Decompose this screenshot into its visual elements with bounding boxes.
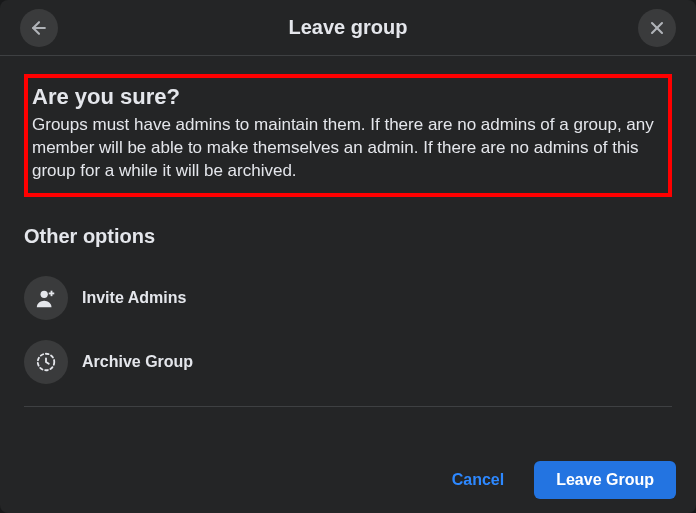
person-plus-icon xyxy=(35,287,57,309)
svg-point-3 xyxy=(41,290,48,297)
arrow-left-icon xyxy=(29,18,49,38)
modal-footer: Cancel Leave Group xyxy=(0,447,696,513)
leave-group-button[interactable]: Leave Group xyxy=(534,461,676,499)
close-icon xyxy=(647,18,667,38)
cancel-button[interactable]: Cancel xyxy=(434,461,522,499)
invite-admins-option[interactable]: Invite Admins xyxy=(24,266,672,330)
invite-admins-label: Invite Admins xyxy=(82,289,186,307)
invite-admins-icon-wrap xyxy=(24,276,68,320)
modal-content: Are you sure? Groups must have admins to… xyxy=(0,56,696,447)
close-button[interactable] xyxy=(638,9,676,47)
archive-group-option[interactable]: Archive Group xyxy=(24,330,672,394)
other-options-heading: Other options xyxy=(24,225,672,248)
archive-clock-icon xyxy=(35,351,57,373)
divider xyxy=(24,406,672,407)
modal-title: Leave group xyxy=(289,16,408,39)
modal-header: Leave group xyxy=(0,0,696,56)
warning-section: Are you sure? Groups must have admins to… xyxy=(24,74,672,197)
warning-heading: Are you sure? xyxy=(32,84,664,110)
archive-group-label: Archive Group xyxy=(82,353,193,371)
leave-group-modal: Leave group Are you sure? Groups must ha… xyxy=(0,0,696,513)
warning-body: Groups must have admins to maintain them… xyxy=(32,114,664,183)
back-button[interactable] xyxy=(20,9,58,47)
archive-group-icon-wrap xyxy=(24,340,68,384)
